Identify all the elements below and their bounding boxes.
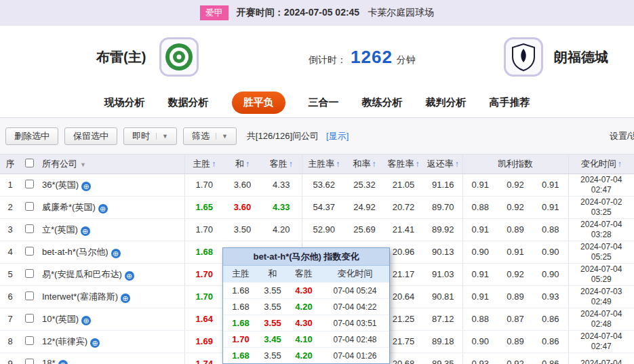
company-cell[interactable]: Interwet*(塞浦路斯)⊕ (38, 285, 184, 308)
kelly-draw: 0.92 (498, 196, 533, 218)
company-cell[interactable]: 立*(英国)⊕ (38, 218, 184, 241)
header-draw-rate[interactable]: 和率↑ (346, 155, 383, 174)
header-home-odds[interactable]: 主胜↑ (184, 155, 224, 174)
away-rate: 20.72 (383, 196, 424, 218)
globe-icon[interactable]: ⊕ (98, 204, 108, 214)
change-time: 2024-07-0402:47 (568, 174, 634, 196)
chevron-down-icon: ▼ (156, 133, 168, 140)
kelly-draw: 0.89 (498, 285, 533, 308)
popup-away-odds: 4.30 (287, 318, 321, 328)
filter-dropdown[interactable]: 筛选 ▼ (183, 127, 237, 145)
globe-icon[interactable]: ⊕ (90, 338, 100, 348)
home-odds[interactable]: 1.70 (184, 263, 224, 285)
away-odds[interactable]: 4.33 (261, 196, 302, 218)
settings-link[interactable]: 设置/说明 (610, 130, 634, 142)
tab-item[interactable]: 现场分析 (104, 96, 145, 109)
draw-rate: 25.69 (346, 218, 383, 241)
home-rate: 52.90 (302, 218, 346, 241)
sort-asc-icon: ↑ (212, 159, 216, 169)
home-odds[interactable]: 1.69 (184, 330, 224, 352)
header-draw-odds[interactable]: 和↑ (224, 155, 261, 174)
company-cell[interactable]: 18*⊕ (38, 352, 184, 364)
home-odds[interactable]: 1.70 (184, 218, 224, 241)
company-cell[interactable]: 易*(安提瓜和巴布达)⊕ (38, 263, 184, 285)
globe-icon[interactable]: ⊕ (81, 226, 90, 236)
tab-item[interactable]: 数据分析 (168, 96, 209, 109)
row-checkbox[interactable] (25, 224, 34, 233)
header-kelly[interactable]: 凯利指数 (462, 155, 568, 174)
popup-draw-odds: 3.55 (258, 318, 287, 328)
home-team-name: 布雷(主) (96, 48, 146, 66)
delete-selected-button[interactable]: 删除选中 (5, 127, 58, 145)
row-seq: 5 (0, 263, 20, 285)
header-away-odds[interactable]: 客胜↑ (261, 155, 302, 174)
draw-odds[interactable]: 3.60 (224, 196, 261, 218)
globe-icon[interactable]: ⊕ (125, 271, 134, 281)
table-row[interactable]: 3立*(英国)⊕1.703.504.2052.9025.6921.4189.92… (0, 218, 634, 241)
draw-odds[interactable]: 3.60 (224, 174, 261, 196)
tab-item[interactable]: 高手推荐 (490, 96, 530, 109)
row-checkbox[interactable] (25, 336, 34, 345)
select-all-checkbox[interactable] (25, 159, 34, 167)
company-cell[interactable]: 威廉希*(英国)⊕ (38, 196, 184, 218)
return-rate: 89.70 (424, 196, 462, 218)
home-odds[interactable]: 1.65 (184, 196, 224, 218)
company-cell[interactable]: 10*(英国)⊕ (38, 308, 184, 330)
row-seq: 4 (0, 241, 20, 263)
home-rate: 53.62 (302, 174, 346, 196)
draw-odds[interactable]: 3.50 (224, 218, 261, 241)
globe-icon[interactable]: ⊕ (81, 182, 91, 191)
popup-change-time: 07-04 04:22 (321, 302, 389, 312)
tab-item[interactable]: 教练分析 (362, 96, 403, 109)
header-return-rate[interactable]: 返还率↑ (424, 155, 462, 174)
popup-change-time: 07-04 02:48 (321, 335, 389, 344)
row-checkbox[interactable] (25, 359, 34, 364)
return-rate: 91.03 (424, 263, 462, 285)
header-away-rate[interactable]: 客胜率↑ (383, 155, 424, 174)
away-rate: 21.41 (383, 218, 424, 241)
globe-icon[interactable]: ⊕ (121, 294, 130, 303)
tab-item-active[interactable]: 胜平负 (232, 92, 285, 114)
tab-item[interactable]: 裁判分析 (426, 96, 467, 109)
popup-header-time: 变化时间 (321, 268, 389, 280)
company-cell[interactable]: bet-at-h*(马尔他)⊕ (38, 241, 184, 263)
home-odds[interactable]: 1.74 (184, 352, 224, 364)
away-odds[interactable]: 4.33 (261, 174, 302, 196)
popup-draw-odds: 3.45 (258, 334, 287, 344)
home-odds[interactable]: 1.70 (184, 174, 224, 196)
row-checkbox[interactable] (25, 202, 34, 211)
keep-selected-button[interactable]: 保留选中 (64, 127, 117, 145)
kelly-home: 0.88 (462, 196, 498, 218)
change-time: 2024-07-0402:48 (568, 308, 634, 330)
home-odds[interactable]: 1.64 (184, 308, 224, 330)
popup-history-row: 1.683.554.3007-04 05:24 (223, 282, 389, 298)
filter-icon[interactable]: ▼ (80, 161, 86, 168)
header-home-rate[interactable]: 主胜率↑ (302, 155, 346, 174)
away-odds[interactable]: 4.20 (261, 218, 302, 241)
kelly-home: 0.90 (462, 241, 498, 263)
row-checkbox[interactable] (25, 180, 34, 188)
home-odds[interactable]: 1.68 (184, 241, 224, 263)
header-company[interactable]: 所有公司▼ (38, 155, 184, 174)
row-checkbox[interactable] (25, 314, 34, 323)
row-checkbox[interactable] (25, 291, 34, 300)
row-checkbox[interactable] (25, 269, 34, 278)
company-cell[interactable]: 12*(菲律宾)⊕ (38, 330, 184, 352)
table-row[interactable]: 136*(英国)⊕1.703.604.3353.6225.3221.0591.1… (0, 174, 634, 196)
top-info-bar: 爱甲 开赛时间：2024-07-05 02:45 卡莱尔庭园球场 (0, 0, 634, 26)
globe-icon[interactable]: ⊕ (81, 316, 91, 325)
league-tag[interactable]: 爱甲 (200, 5, 229, 20)
tab-item[interactable]: 三合一 (309, 96, 339, 109)
table-row[interactable]: 2威廉希*(英国)⊕1.653.604.3354.3724.9220.7289.… (0, 196, 634, 218)
globe-icon[interactable]: ⊕ (111, 249, 121, 258)
row-checkbox[interactable] (25, 247, 34, 256)
globe-icon[interactable]: ⊕ (58, 360, 68, 364)
row-checkbox-cell (20, 241, 38, 263)
live-dropdown[interactable]: 即时 ▼ (123, 127, 177, 145)
home-team-logo (159, 37, 199, 77)
show-link[interactable]: [显示] (326, 130, 349, 142)
kelly-away: 0.90 (533, 263, 568, 285)
header-change-time[interactable]: 变化时间↑ (568, 155, 634, 174)
company-cell[interactable]: 36*(英国)⊕ (38, 174, 184, 196)
home-odds[interactable]: 1.70 (184, 285, 224, 308)
